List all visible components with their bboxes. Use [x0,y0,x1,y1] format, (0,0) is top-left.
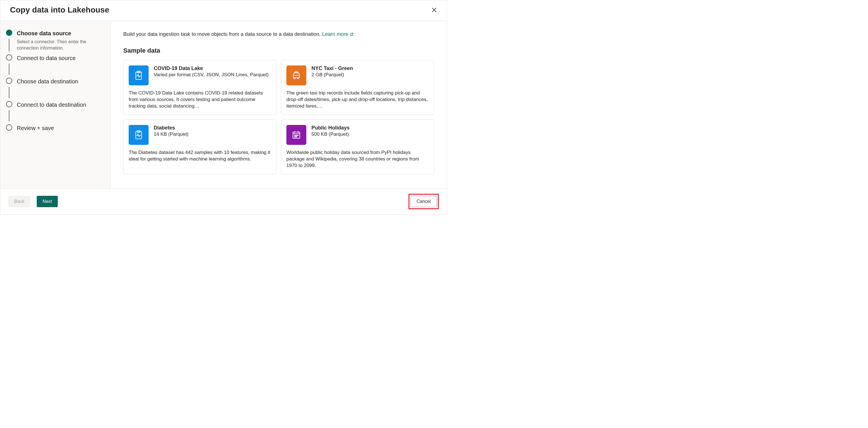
clipboard-pulse-icon [129,65,149,86]
step-connect-to-data-destination[interactable]: Connect to data destination [6,101,105,124]
step-dot-icon [6,124,12,131]
learn-more-link[interactable]: Learn more [322,31,354,37]
external-link-icon [349,32,354,37]
modal-title: Copy data into Lakehouse [10,5,109,14]
card-covid-19-data-lake[interactable]: COVID-19 Data Lake Varied per format (CS… [123,60,276,115]
step-connect-to-data-source[interactable]: Connect to data source [6,54,105,78]
step-title: Connect to data destination [17,101,86,108]
intro-text: Build your data ingestion task to move o… [123,31,434,37]
card-subtitle: Varied per format (CSV, JSON, JSON Lines… [154,72,269,78]
modal-body: Choose data source Select a connector. T… [0,21,447,188]
svg-point-3 [294,78,295,79]
svg-rect-2 [295,71,298,72]
main-content: Build your data ingestion task to move o… [111,21,447,188]
next-button[interactable]: Next [37,196,58,207]
card-subtitle: 14 KB (Parquet) [154,131,188,137]
svg-point-10 [298,135,298,136]
step-review-save[interactable]: Review + save [6,124,105,135]
modal-footer: Back Next Cancel [0,188,447,214]
step-title: Review + save [17,124,54,132]
taxi-icon [286,65,306,86]
step-choose-data-destination[interactable]: Choose data destination [6,78,105,101]
step-title: Choose data destination [17,78,78,85]
calendar-icon [286,125,306,145]
svg-point-11 [294,137,296,137]
card-subtitle: 500 KB (Parquet) [311,131,349,137]
svg-point-12 [296,137,297,137]
cancel-button-highlight: Cancel [408,194,439,209]
intro-text-span: Build your data ingestion task to move o… [123,31,322,37]
close-icon [431,7,437,13]
learn-more-label: Learn more [322,31,348,37]
wizard-sidebar: Choose data source Select a connector. T… [0,21,111,188]
close-button[interactable] [430,6,438,14]
card-nyc-taxi-green[interactable]: NYC Taxi - Green 2 GB (Parquet) The gree… [281,60,434,115]
back-button: Back [8,196,30,207]
card-public-holidays[interactable]: Public Holidays 500 KB (Parquet) Worldwi… [281,120,434,174]
step-description: Select a connector. Then enter the conne… [17,39,96,51]
sample-data-cards: COVID-19 Data Lake Varied per format (CS… [123,60,434,174]
sample-data-heading: Sample data [123,47,434,54]
card-description: The green taxi trip records include fiel… [286,90,429,109]
card-title: NYC Taxi - Green [311,65,353,71]
svg-point-9 [296,135,297,136]
step-dot-icon [6,101,12,107]
step-title: Choose data source [17,30,96,37]
card-title: Public Holidays [311,125,349,131]
copy-data-modal: Copy data into Lakehouse Choose data sou… [0,0,447,215]
step-title: Connect to data source [17,54,76,62]
step-dot-icon [6,54,12,61]
modal-header: Copy data into Lakehouse [0,0,447,21]
cancel-button[interactable]: Cancel [410,196,437,207]
card-diabetes[interactable]: Diabetes 14 KB (Parquet) The Diabetes da… [123,120,276,174]
card-title: Diabetes [154,125,188,131]
card-title: COVID-19 Data Lake [154,65,269,71]
svg-point-8 [294,135,296,136]
wizard-steps: Choose data source Select a connector. T… [6,30,105,135]
step-dot-icon [6,78,12,84]
step-dot-icon [6,30,12,36]
step-choose-data-source[interactable]: Choose data source Select a connector. T… [6,30,105,54]
clipboard-pulse-icon [129,125,149,145]
card-description: The Diabetes dataset has 442 samples wit… [129,150,271,163]
card-description: Worldwide public holiday data sourced fr… [286,150,429,169]
card-description: The COVID-19 Data Lake contains COVID-19… [129,90,271,109]
svg-point-4 [298,78,299,79]
card-subtitle: 2 GB (Parquet) [311,72,353,78]
